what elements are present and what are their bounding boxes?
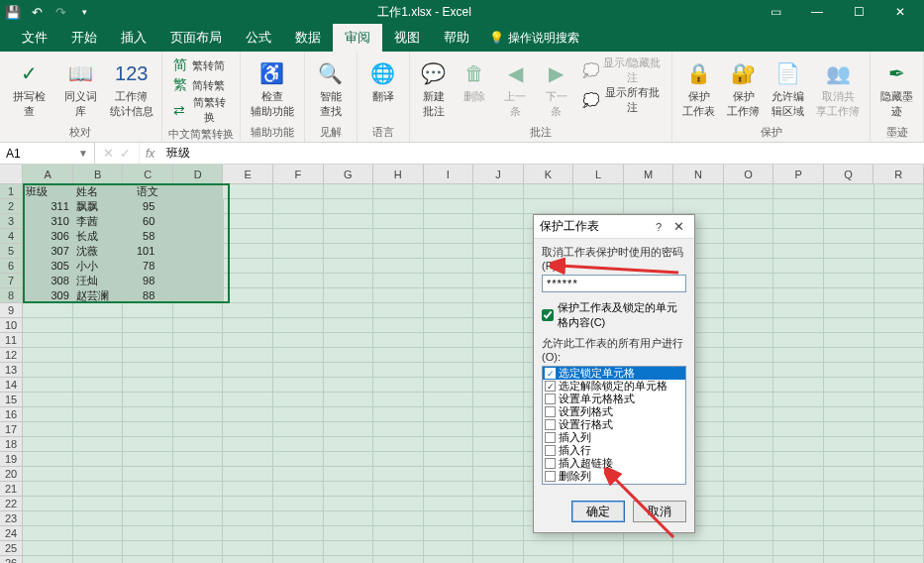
cell-F21[interactable] [273,482,324,497]
minimize-icon[interactable]: — [797,0,837,24]
col-header-J[interactable]: J [473,165,524,184]
cell-D7[interactable] [173,274,224,288]
cell-D22[interactable] [173,497,224,511]
cell-I20[interactable] [424,467,474,482]
tab-insert[interactable]: 插入 [109,24,158,52]
cell-G1[interactable] [324,184,374,199]
cell-C7[interactable]: 98 [123,274,173,288]
undo-icon[interactable]: ↶ [28,3,46,21]
tab-view[interactable]: 视图 [382,24,432,52]
cell-A12[interactable] [23,348,73,363]
cell-G19[interactable] [324,452,374,467]
cell-D21[interactable] [173,482,224,497]
cell-A24[interactable] [23,526,73,541]
cell-J19[interactable] [473,452,524,467]
cell-H5[interactable] [373,244,424,259]
cell-D13[interactable] [173,363,224,378]
cell-P20[interactable] [773,467,824,482]
cell-D23[interactable] [173,511,224,526]
tab-formulas[interactable]: 公式 [234,24,283,52]
prev-comment-button[interactable]: ◀上一条 [496,56,534,121]
cell-A26[interactable] [23,556,73,563]
row-header-7[interactable]: 7 [0,274,23,288]
cell-B4[interactable]: 长成 [73,229,124,244]
hide-ink-button[interactable]: ✒隐藏墨 迹 [876,56,917,121]
cell-A16[interactable] [23,407,73,422]
permission-checkbox[interactable] [545,484,556,485]
cell-I9[interactable] [424,303,474,318]
col-header-Q[interactable]: Q [824,165,874,184]
cell-B18[interactable] [73,437,124,452]
cell-O6[interactable] [724,259,774,274]
cell-I5[interactable] [424,244,474,259]
cell-A11[interactable] [23,333,73,348]
cell-B25[interactable] [73,541,124,556]
cell-K26[interactable] [524,556,574,563]
cell-D1[interactable] [173,184,224,199]
cell-I14[interactable] [424,378,474,393]
cell-D16[interactable] [173,407,224,422]
cell-Q16[interactable] [824,407,874,422]
cell-B1[interactable]: 姓名 [73,184,124,199]
cell-Q3[interactable] [824,214,874,229]
permission-checkbox[interactable] [545,471,556,482]
cell-E3[interactable] [224,214,274,229]
cell-R17[interactable] [874,422,924,437]
cell-R8[interactable] [874,288,925,303]
cell-H7[interactable] [373,274,424,288]
cell-G25[interactable] [324,541,374,556]
cell-J20[interactable] [473,467,524,482]
cell-C23[interactable] [123,511,173,526]
cell-J7[interactable] [473,274,524,288]
cell-J11[interactable] [473,333,524,348]
tell-me-search[interactable]: 💡 操作说明搜索 [481,24,587,52]
cell-F24[interactable] [273,526,324,541]
cell-R25[interactable] [874,541,924,556]
cell-F15[interactable] [273,393,324,407]
cell-O11[interactable] [724,333,774,348]
cell-H21[interactable] [373,482,424,497]
cell-R4[interactable] [874,229,925,244]
cell-B6[interactable]: 小小 [73,259,124,274]
col-header-A[interactable]: A [23,165,73,184]
cell-C2[interactable]: 95 [123,199,173,214]
cell-D9[interactable] [173,303,224,318]
cell-D2[interactable] [173,199,224,214]
cell-E21[interactable] [223,482,273,497]
cell-A13[interactable] [23,363,73,378]
row-header-12[interactable]: 12 [0,348,23,363]
cell-G4[interactable] [324,229,374,244]
cell-P14[interactable] [773,378,824,393]
cell-A15[interactable] [23,393,73,407]
cell-J21[interactable] [473,482,524,497]
cell-E10[interactable] [223,318,273,333]
cell-I19[interactable] [424,452,474,467]
cell-P24[interactable] [773,526,824,541]
cell-J10[interactable] [473,318,524,333]
cell-E7[interactable] [224,274,274,288]
cell-E25[interactable] [223,541,273,556]
permission-checkbox[interactable] [545,406,556,417]
cell-E16[interactable] [223,407,273,422]
cell-A10[interactable] [23,318,73,333]
password-input[interactable] [542,275,686,292]
cell-R5[interactable] [874,244,925,259]
cell-M25[interactable] [624,541,674,556]
cell-P12[interactable] [773,348,824,363]
cell-N26[interactable] [673,556,724,563]
row-header-20[interactable]: 20 [0,467,23,482]
cell-E5[interactable] [224,244,274,259]
cell-O23[interactable] [724,511,774,526]
cell-H25[interactable] [373,541,424,556]
cell-B26[interactable] [73,556,124,563]
cell-H18[interactable] [373,437,424,452]
cell-R26[interactable] [874,556,924,563]
cell-A17[interactable] [23,422,73,437]
tab-review[interactable]: 审阅 [333,24,382,52]
cell-E8[interactable] [224,288,274,303]
cell-A21[interactable] [23,482,73,497]
ok-button[interactable]: 确定 [571,501,625,522]
cell-O12[interactable] [724,348,774,363]
cell-F16[interactable] [273,407,324,422]
cell-H6[interactable] [373,259,424,274]
